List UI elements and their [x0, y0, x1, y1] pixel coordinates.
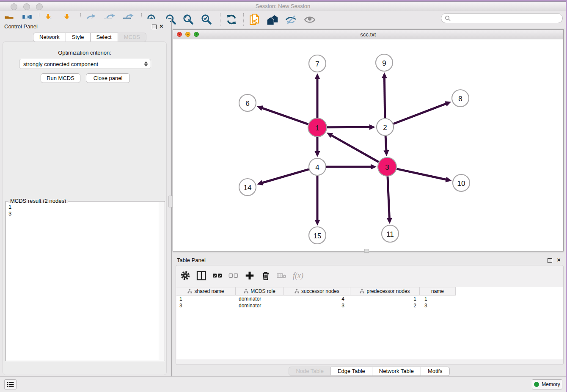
result-scrollbar[interactable] — [159, 202, 164, 360]
column-header-successor-nodes[interactable]: successor nodes — [284, 287, 350, 295]
mcds-result-text[interactable]: 1 3 — [7, 203, 159, 360]
graph-edge-arrowhead — [315, 151, 320, 157]
table-settings-gear-icon[interactable] — [180, 271, 190, 281]
graph-node-label: 1 — [315, 124, 319, 132]
graph-node-label: 9 — [382, 59, 386, 67]
graph-edge-arrowhead — [445, 177, 451, 182]
column-header-shared-name[interactable]: shared name — [176, 287, 236, 295]
delete-table-icon — [277, 271, 287, 281]
graph-edge[interactable] — [396, 169, 447, 180]
network-window-title: scc.txt — [173, 31, 563, 38]
task-history-button[interactable] — [4, 379, 17, 389]
graph-edge[interactable] — [261, 169, 309, 183]
column-type-icon — [187, 289, 192, 294]
memory-button[interactable]: Memory — [532, 379, 562, 389]
function-builder-icon: f(x) — [293, 271, 303, 280]
apply-layout-icon[interactable] — [226, 14, 237, 25]
network-graph: 1234678910111415 — [173, 39, 563, 251]
tab-network-table[interactable]: Network Table — [372, 367, 421, 376]
delete-column-trash-icon[interactable] — [261, 271, 271, 281]
tab-motifs[interactable]: Motifs — [421, 367, 450, 376]
graph-edge[interactable] — [388, 177, 389, 219]
table-row[interactable]: 3 dominator 3 2 3 — [176, 302, 563, 309]
tab-node-table[interactable]: Node Table — [289, 367, 331, 376]
tab-mcds[interactable]: MCDS — [118, 33, 146, 42]
table-tabs: Node Table Edge Table Network Table Moti… — [173, 367, 566, 376]
column-header-predecessor-nodes[interactable]: predecessor nodes — [350, 287, 420, 295]
zoom-selected-icon[interactable] — [201, 14, 212, 25]
home-icon[interactable] — [267, 14, 278, 25]
column-header-mcds-role[interactable]: MCDS role — [236, 287, 284, 295]
graph-node-label: 11 — [386, 230, 394, 238]
hide-panel-icon[interactable] — [285, 14, 297, 25]
column-type-icon — [360, 289, 364, 294]
close-panel-icon[interactable]: × — [160, 22, 163, 30]
dropdown-stepper-icon — [144, 61, 148, 66]
split-panel-icon[interactable] — [196, 271, 206, 281]
close-table-panel-icon[interactable]: × — [557, 256, 561, 264]
graph-edge[interactable] — [394, 103, 447, 124]
task-list-icon — [7, 381, 14, 387]
optimization-criterion-label: Optimization criterion: — [3, 50, 166, 56]
graph-edge-arrowhead — [371, 164, 377, 170]
tab-edge-table[interactable]: Edge Table — [331, 367, 372, 376]
canvas-resize-handle[interactable] — [364, 249, 369, 253]
float-panel-icon[interactable] — [152, 23, 157, 31]
graph-node-label: 10 — [457, 179, 465, 188]
close-panel-button[interactable]: Close panel — [86, 73, 130, 83]
app-title: Session: New Session — [0, 3, 566, 9]
search-input[interactable] — [453, 15, 562, 22]
column-type-icon — [295, 289, 299, 294]
table-panel-title: Table Panel — [177, 256, 206, 264]
graph-node-label: 4 — [315, 163, 319, 171]
network-canvas[interactable]: 1234678910111415 — [173, 39, 563, 251]
graph-edge-arrowhead — [257, 180, 263, 185]
status-bar: Memory — [0, 376, 566, 392]
graph-node-label: 6 — [245, 99, 249, 108]
table-header-row: shared name MCDS role successor nodes pr… — [176, 287, 563, 295]
table-row[interactable]: 1 dominator 4 1 1 — [176, 295, 563, 302]
table-panel: Table Panel × f(x) shared name — [173, 254, 566, 377]
graph-edge-arrowhead — [257, 105, 263, 110]
search-icon — [445, 15, 451, 21]
graph-node-label: 3 — [385, 163, 389, 171]
toolbar-separator — [220, 13, 220, 26]
show-panel-icon[interactable] — [304, 14, 316, 25]
graph-edge[interactable] — [327, 127, 371, 127]
graph-edge[interactable] — [384, 77, 385, 118]
network-from-file-icon[interactable] — [249, 14, 261, 25]
memory-label: Memory — [542, 381, 560, 387]
unselect-all-columns-icon[interactable] — [228, 271, 239, 281]
tab-select[interactable]: Select — [91, 33, 118, 42]
run-mcds-button[interactable]: Run MCDS — [41, 73, 80, 83]
graph-node-label: 15 — [314, 232, 322, 240]
graph-node-label: 7 — [315, 60, 319, 68]
select-all-columns-icon[interactable] — [212, 271, 223, 281]
network-window-titlebar: × − + scc.txt — [173, 30, 563, 40]
column-header-name[interactable]: name — [420, 287, 456, 295]
tab-network[interactable]: Network — [33, 33, 66, 42]
toolbar-separator — [243, 13, 244, 26]
criterion-dropdown[interactable]: strongly connected component — [19, 59, 151, 69]
graph-node-label: 2 — [383, 124, 387, 132]
graph-edge[interactable] — [261, 108, 308, 124]
search-field[interactable] — [441, 13, 563, 23]
graph-edge-arrowhead — [382, 72, 387, 78]
mcds-panel: Optimization criterion: strongly connect… — [3, 41, 167, 375]
table-toolbar: f(x) — [180, 268, 303, 283]
graph-edge-arrowhead — [383, 150, 389, 156]
tab-style[interactable]: Style — [66, 33, 91, 42]
network-view-window: × − + scc.txt 1234678910111415 — [173, 29, 564, 251]
graph-node-label: 14 — [244, 184, 252, 192]
create-column-plus-icon[interactable] — [245, 271, 255, 281]
node-table: shared name MCDS role successor nodes pr… — [176, 287, 563, 359]
app-titlebar: Session: New Session — [0, 2, 566, 11]
graph-edge[interactable] — [385, 136, 386, 152]
float-table-panel-icon[interactable] — [548, 257, 552, 265]
graph-edge-arrowhead — [315, 73, 320, 79]
graph-edge[interactable] — [330, 135, 379, 162]
table-container: f(x) shared name MCDS role successor nod… — [176, 265, 564, 365]
zoom-fit-icon[interactable] — [182, 14, 194, 25]
control-panel-tabs: Network Style Select MCDS — [33, 33, 146, 42]
mcds-result-box: MCDS result (2 nodes) 1 3 — [6, 201, 165, 361]
